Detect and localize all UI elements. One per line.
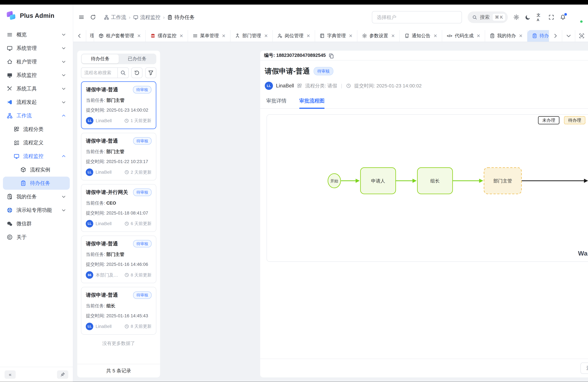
list-tab-已办任务[interactable]: 已办任务 bbox=[119, 54, 156, 64]
sidebar-item-演示站专用功能[interactable]: 演示站专用功能 bbox=[3, 204, 70, 217]
tab-我的待办[interactable]: 我的待办✕ bbox=[485, 30, 527, 42]
tab-岗位管理[interactable]: 岗位管理✕ bbox=[273, 30, 315, 42]
sidebar-item-流程监控[interactable]: 流程监控 bbox=[3, 150, 70, 163]
sidebar: Plus Admin 概览系统管理租户管理系统监控系统工具流程发起工作流流程分类… bbox=[0, 5, 73, 382]
tab-close-icon[interactable]: ✕ bbox=[222, 33, 226, 39]
sidebar-item-流程定义[interactable]: 流程定义 bbox=[3, 136, 70, 149]
breadcrumb-item-工作流[interactable]: 工作流 bbox=[104, 14, 126, 21]
tab-待办任务[interactable]: 待办任务✕ bbox=[527, 30, 549, 42]
detail-tab-审批详情[interactable]: 审批详情 bbox=[266, 97, 287, 108]
tenant-select-input[interactable] bbox=[372, 11, 462, 23]
tab-租户套餐管理[interactable]: 租户套餐管理✕ bbox=[94, 30, 146, 42]
gear-icon bbox=[513, 14, 519, 20]
card-user-name: 本部门及以下 密码666... bbox=[96, 272, 122, 278]
card-avatar: 66 bbox=[86, 271, 93, 279]
tab-菜单管理[interactable]: 菜单管理✕ bbox=[188, 30, 230, 42]
tabs-scroll-right-button[interactable] bbox=[549, 30, 562, 42]
breadcrumb-label: 工作流 bbox=[111, 14, 126, 21]
tab-close-icon[interactable]: ✕ bbox=[519, 33, 523, 39]
tab-代码生成[interactable]: </>代码生成✕ bbox=[442, 30, 485, 42]
detail-tab-审批流程图[interactable]: 审批流程图 bbox=[299, 97, 325, 108]
tab-close-icon[interactable]: ✕ bbox=[180, 33, 183, 39]
refresh-icon[interactable] bbox=[90, 14, 96, 20]
tab-close-icon[interactable]: ✕ bbox=[137, 33, 141, 39]
task-card[interactable]: 请假申请-普通待审核当前任务: 部门主管提交时间: 2025-01-16 14:… bbox=[81, 236, 156, 283]
sidebar-item-label: 微信群 bbox=[17, 220, 66, 227]
task-card[interactable]: 请假申请-普通待审核当前任务: 部门主管提交时间: 2025-01-22 10:… bbox=[81, 133, 156, 181]
moon-button[interactable] bbox=[525, 14, 531, 20]
warmflow-watermark: Warm-Flow bbox=[578, 250, 588, 257]
sidebar-item-租户管理[interactable]: 租户管理 bbox=[3, 55, 70, 68]
search-button[interactable] bbox=[117, 67, 129, 78]
tab-字典管理[interactable]: 字典管理✕ bbox=[315, 30, 357, 42]
demo-icon bbox=[7, 207, 13, 213]
sidebar-collapse-button[interactable]: « bbox=[5, 370, 16, 379]
sidebar-item-系统管理[interactable]: 系统管理 bbox=[3, 42, 70, 55]
tabs-dropdown-button[interactable] bbox=[562, 30, 575, 42]
copy-icon[interactable] bbox=[328, 53, 333, 58]
tab-close-icon[interactable]: ✕ bbox=[477, 33, 480, 39]
clipboard-icon bbox=[167, 15, 172, 20]
chevron-up-icon bbox=[61, 154, 66, 159]
sidebar-item-待办任务[interactable]: 待办任务 bbox=[3, 177, 70, 190]
card-updated: 1 天前更新 bbox=[124, 118, 151, 124]
tab-close-icon[interactable]: ✕ bbox=[264, 33, 268, 39]
detail-meta: LL LinaBell 流程分类: 请假 | 提交时间: 2025-01-23 … bbox=[260, 76, 588, 90]
tabs-strip: 理✕租户套餐管理✕缓存监控✕菜单管理✕部门管理✕岗位管理✕字典管理✕参数设置✕通… bbox=[86, 30, 549, 42]
sidebar-item-流程分类[interactable]: 流程分类 bbox=[3, 123, 70, 136]
tab-缓存监控[interactable]: 缓存监控✕ bbox=[146, 30, 188, 42]
list-tab-待办任务[interactable]: 待办任务 bbox=[82, 54, 119, 64]
sidebar-item-流程发起[interactable]: 流程发起 bbox=[3, 96, 70, 109]
fullscreen-button[interactable] bbox=[548, 14, 554, 20]
breadcrumb-item-待办任务[interactable]: 待办任务 bbox=[167, 14, 195, 21]
sidebar-item-系统监控[interactable]: 系统监控 bbox=[3, 69, 70, 82]
tab-close-icon[interactable]: ✕ bbox=[349, 33, 353, 39]
bell-button[interactable] bbox=[560, 14, 566, 20]
sidebar-item-微信群[interactable]: 微信群 bbox=[3, 217, 70, 230]
tab-部门管理[interactable]: 部门管理✕ bbox=[231, 30, 273, 42]
detail-title: 请假申请-普通 bbox=[265, 66, 310, 76]
user-avatar[interactable] bbox=[571, 12, 583, 23]
card-submit-time: 提交时间: 2025-01-18 08:41:07 bbox=[86, 210, 151, 216]
sidebar-item-概览[interactable]: 概览 bbox=[3, 28, 70, 41]
gear-button[interactable] bbox=[513, 14, 519, 20]
task-card[interactable]: 请假申请-普通待审核当前任务: 组长提交时间: 2025-01-16 14:45… bbox=[81, 287, 156, 335]
chevron-down-icon bbox=[61, 194, 66, 199]
action-button-流程干预[interactable]: 流程干预 bbox=[581, 362, 588, 374]
sidebar-item-关于[interactable]: 关于 bbox=[3, 231, 70, 244]
sidebar-pin-button[interactable] bbox=[57, 370, 68, 379]
list-refresh-button[interactable] bbox=[131, 67, 143, 78]
sidebar-item-label: 系统管理 bbox=[17, 45, 61, 52]
card-current-task: 当前任务: 部门主管 bbox=[86, 149, 151, 155]
menu-icon bbox=[7, 32, 13, 38]
global-search-button[interactable]: 搜索 ⌘ K bbox=[468, 11, 508, 23]
tab-参数设置[interactable]: 参数设置✕ bbox=[357, 30, 400, 42]
breadcrumb-item-流程监控[interactable]: 流程监控 bbox=[133, 14, 161, 21]
person-icon bbox=[277, 33, 282, 38]
sidebar-item-流程实例[interactable]: 流程实例 bbox=[3, 163, 70, 176]
status-badge: 待审核 bbox=[314, 67, 333, 75]
translate-button[interactable]: 文A bbox=[537, 14, 543, 20]
tab-close-icon[interactable]: ✕ bbox=[434, 33, 437, 39]
tabs-scroll-left-button[interactable] bbox=[73, 30, 86, 42]
tab-通知公告[interactable]: 通知公告✕ bbox=[400, 30, 442, 42]
card-updated: 8 天前更新 bbox=[124, 272, 152, 278]
card-title: 请假申请-普通 bbox=[86, 292, 118, 298]
card-current-task: 当前任务: 部门主管 bbox=[86, 251, 151, 257]
sidebar-item-label: 流程实例 bbox=[30, 166, 66, 173]
list-filter-button[interactable] bbox=[145, 67, 156, 78]
tab-close-icon[interactable]: ✕ bbox=[391, 33, 395, 39]
search-icon bbox=[472, 15, 477, 20]
tab-label: 我的待办 bbox=[497, 33, 516, 39]
sidebar-item-我的任务[interactable]: 我的任务 bbox=[3, 190, 70, 203]
hamburger-icon[interactable] bbox=[78, 14, 84, 20]
task-card[interactable]: 请假申请-普通待审核当前任务: 部门主管提交时间: 2025-01-23 14:… bbox=[81, 81, 156, 129]
sidebar-item-系统工具[interactable]: 系统工具 bbox=[3, 82, 70, 95]
sidebar-item-工作流[interactable]: 工作流 bbox=[3, 109, 70, 122]
tab-close-icon[interactable]: ✕ bbox=[306, 33, 310, 39]
tab-理[interactable]: 理✕ bbox=[86, 30, 94, 42]
wechat-icon bbox=[7, 221, 13, 227]
task-card[interactable]: 请假申请-并行网关待审核当前任务: CEO提交时间: 2025-01-18 08… bbox=[81, 184, 156, 232]
tabs-maximize-button[interactable] bbox=[575, 30, 588, 42]
flow-name-search-input[interactable] bbox=[81, 67, 117, 78]
